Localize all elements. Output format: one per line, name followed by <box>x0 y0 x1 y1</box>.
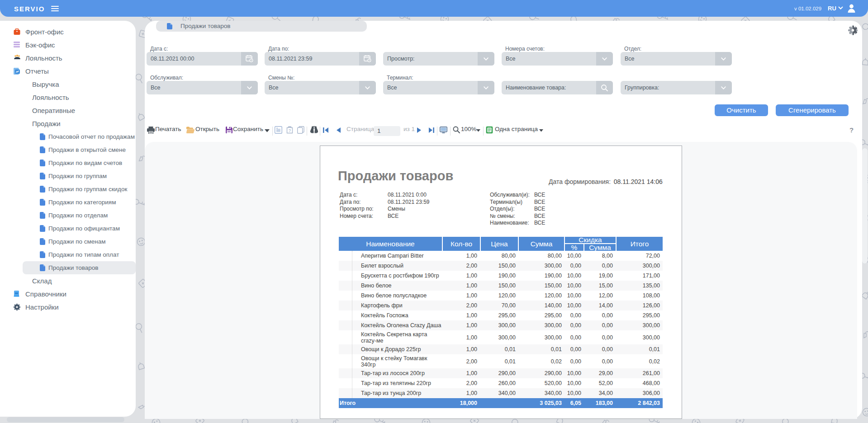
svg-text:?: ? <box>289 128 291 133</box>
